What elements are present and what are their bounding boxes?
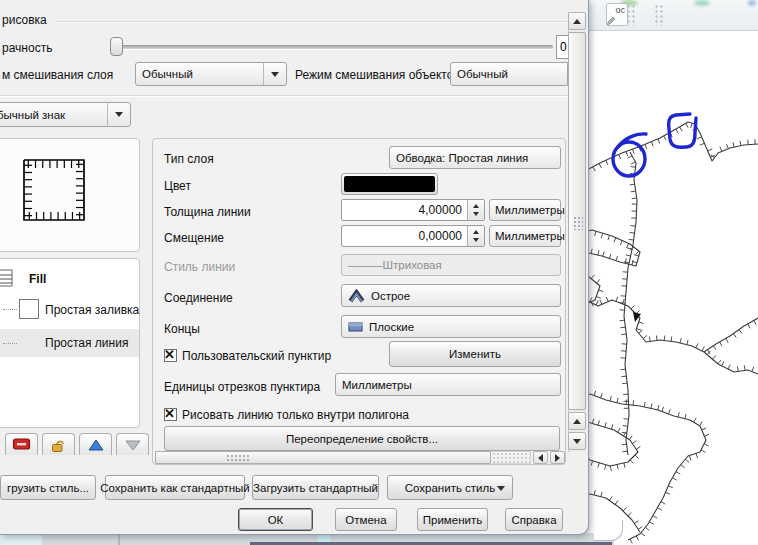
dash-units-combo[interactable]: Миллиметры [335, 373, 561, 396]
cap-style-combo[interactable]: Плоские [341, 315, 561, 338]
symbol-layer-tree: Fill Простая заливка Простая линия [0, 258, 140, 428]
cancel-button[interactable]: Отмена [335, 508, 397, 531]
feature-blend-combo[interactable]: Обычный [450, 62, 568, 86]
custom-dash-checkbox[interactable] [164, 349, 177, 362]
transparency-label: рачность [2, 41, 52, 55]
scrollbar-grip [573, 216, 583, 230]
dash-units-value: Миллиметры [342, 379, 412, 391]
layer-type-label: Тип слоя [164, 152, 214, 166]
layer-blend-label: м смешивания слоя [2, 68, 113, 82]
scroll-up-button-bottom[interactable] [568, 412, 586, 430]
chevron-down-icon [107, 103, 130, 126]
group-title: рисовка [2, 13, 47, 27]
move-layer-down-button[interactable] [116, 433, 149, 455]
layer-type-combo[interactable]: Обводка: Простая линия [389, 146, 561, 169]
inside-polygon-label: Рисовать линию только внутри полигона [182, 408, 409, 422]
fill-icon [0, 269, 13, 287]
scroll-left-button[interactable] [533, 451, 548, 464]
window-corner [594, 520, 623, 541]
cap-style-label: Концы [164, 322, 200, 336]
pen-style-label: Стиль линии [164, 260, 235, 274]
transparency-slider-track[interactable] [113, 45, 553, 49]
pen-style-value: ———Штриховая [348, 259, 442, 271]
feature-blend-label: Режим смешивания объектов [295, 68, 460, 82]
layer-blend-value: Обычный [142, 68, 193, 80]
miter-join-icon [348, 289, 365, 303]
tree-item-simple-line[interactable]: Простая линия [45, 336, 128, 350]
join-style-combo[interactable]: Острое [341, 284, 561, 307]
chevron-down-icon [263, 63, 286, 85]
screen: oc рисовка рачность 0 м смешивания слоя … [0, 0, 758, 545]
scroll-up-button[interactable] [568, 12, 586, 30]
transparency-slider-handle[interactable] [110, 37, 123, 56]
scrollbar-grip [226, 454, 250, 463]
data-defined-properties-button[interactable]: Переопределение свойств... [164, 426, 560, 451]
layer-properties-panel: Тип слоя Обводка: Простая линия Цвет Тол… [152, 138, 566, 465]
remove-icon [12, 437, 31, 452]
offset-value: 0,00000 [342, 229, 467, 243]
color-swatch [344, 176, 435, 192]
inside-polygon-checkbox[interactable] [164, 408, 177, 421]
save-as-default-button[interactable]: Сохранить как стандартный [105, 475, 245, 500]
move-down-icon [124, 438, 142, 452]
dash-units-label: Единицы отрезков пунктира [164, 380, 320, 394]
horizontal-scrollbar-thumb[interactable] [155, 451, 491, 464]
symbol-type-value: бычный знак [0, 109, 65, 121]
flat-cap-icon [348, 321, 363, 333]
group-separator [0, 95, 570, 96]
custom-dash-label: Пользовательский пунктир [182, 349, 331, 363]
load-style-button[interactable]: грузить стиль... [0, 475, 96, 500]
scroll-down-button[interactable] [568, 432, 586, 450]
offset-unit-combo[interactable]: Миллиметры [489, 225, 561, 247]
cap-style-value: Плоские [369, 321, 414, 333]
line-width-label: Толщина линии [164, 205, 251, 219]
feature-blend-value: Обычный [457, 68, 508, 80]
join-style-value: Острое [371, 290, 410, 302]
offset-stepper[interactable] [467, 226, 484, 246]
pen-style-combo: ———Штриховая [341, 254, 561, 276]
tree-branch [3, 309, 17, 310]
offset-label: Смещение [164, 231, 224, 245]
ok-button[interactable]: ОК [238, 508, 313, 531]
unlock-icon [49, 437, 68, 453]
save-style-button[interactable]: Сохранить стиль [387, 475, 513, 500]
symbol-preview-panel [0, 138, 140, 252]
move-up-icon [87, 438, 105, 452]
line-width-stepper[interactable] [467, 200, 484, 220]
apply-button[interactable]: Применить [417, 508, 488, 531]
layer-blend-combo[interactable]: Обычный [135, 62, 287, 86]
lock-layer-button[interactable] [42, 433, 75, 455]
symbol-properties-dialog: рисовка рачность 0 м смешивания слоя Обы… [0, 0, 589, 535]
load-default-button[interactable]: Загрузить стандартный [252, 475, 379, 500]
symbol-type-combo[interactable]: бычный знак [0, 102, 131, 127]
help-button[interactable]: Справка [505, 508, 563, 531]
color-label: Цвет [164, 179, 191, 193]
line-width-value: 4,00000 [342, 203, 467, 217]
vertical-scrollbar-thumb[interactable] [568, 32, 586, 410]
tree-item-simple-fill[interactable]: Простая заливка [45, 303, 139, 317]
group-title-line [56, 21, 568, 22]
offset-unit: Миллиметры [495, 230, 565, 242]
line-width-unit-combo[interactable]: Миллиметры [489, 199, 561, 221]
scroll-right-button[interactable] [550, 451, 565, 464]
change-dash-button[interactable]: Изменить [389, 341, 561, 367]
remove-layer-button[interactable] [5, 433, 38, 455]
symbol-preview [0, 139, 139, 251]
move-layer-up-button[interactable] [79, 433, 112, 455]
simple-fill-icon [19, 299, 39, 319]
tree-branch [3, 343, 17, 344]
line-width-spinbox[interactable]: 4,00000 [341, 199, 485, 221]
line-width-unit: Миллиметры [495, 204, 565, 216]
color-button[interactable] [341, 173, 438, 195]
tree-item-fill[interactable]: Fill [29, 272, 46, 286]
offset-spinbox[interactable]: 0,00000 [341, 225, 485, 247]
save-style-label: Сохранить стиль [405, 482, 495, 494]
join-style-label: Соединение [164, 291, 233, 305]
chevron-down-icon [497, 486, 505, 491]
layer-type-value: Обводка: Простая линия [396, 152, 528, 164]
